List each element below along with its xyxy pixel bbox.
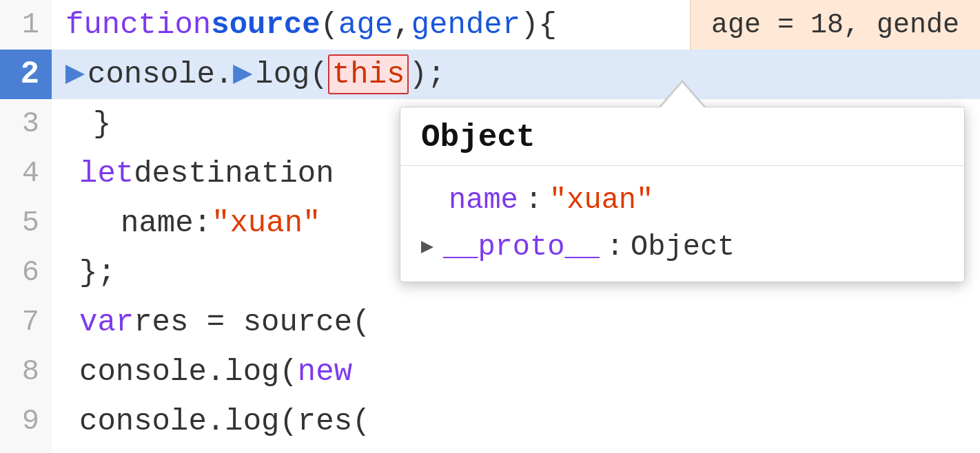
console-text-1: console. — [88, 57, 233, 92]
line-content-10 — [52, 446, 980, 453]
line-number-3: 3 — [0, 99, 52, 149]
top-hint-bar: age = 18, gende — [690, 0, 980, 50]
tooltip-title: Object — [400, 107, 964, 166]
line-number-4: 4 — [0, 149, 52, 198]
code-line-2: 2 console. log( this ); — [0, 50, 980, 99]
fn-source: source — [211, 8, 320, 42]
top-hint-text: age = 18, gende — [711, 10, 959, 41]
tooltip-arrow-inner — [660, 83, 704, 108]
console-text-3: ); — [409, 57, 445, 92]
line-number-9: 9 — [0, 397, 52, 446]
code-line-9: 9 console.log(res( — [0, 397, 980, 446]
tooltip-key-proto: __proto__ — [443, 231, 600, 264]
proto-expand-arrow[interactable] — [421, 241, 433, 253]
line-number-1: 1 — [0, 0, 52, 50]
line-number-10: 10 — [0, 446, 52, 453]
console-text-2: log( — [255, 57, 328, 92]
tooltip-key-name: name — [421, 184, 518, 217]
line-content-9: console.log(res( — [52, 397, 980, 446]
code-line-8: 8 console.log(new — [0, 347, 980, 397]
code-line-10: 10 — [0, 446, 980, 453]
keyword-function: function — [65, 8, 211, 42]
line-number-2: 2 — [0, 50, 52, 99]
editor-container: age = 18, gende 1 function source(age,ge… — [0, 0, 980, 453]
tooltip-row-name: name : "xuan" — [421, 177, 943, 224]
line-content-7: var res = source( — [52, 297, 980, 347]
breakpoint-arrow-2 — [233, 65, 252, 84]
tooltip-body: name : "xuan" __proto__ : Object — [400, 166, 964, 282]
tooltip-row-proto: __proto__ : Object — [421, 224, 943, 271]
line-number-5: 5 — [0, 198, 52, 248]
line-number-6: 6 — [0, 248, 52, 297]
this-keyword: this — [328, 54, 409, 94]
line-number-8: 8 — [0, 347, 52, 397]
code-line-7: 7 var res = source( — [0, 297, 980, 347]
line-content-8: console.log(new — [52, 347, 980, 397]
tooltip-value-proto: Object — [631, 231, 735, 264]
debug-tooltip: Object name : "xuan" __proto__ : Object — [400, 107, 965, 282]
tooltip-value-name: "xuan" — [549, 184, 653, 217]
line-content-2: console. log( this ); — [52, 50, 980, 99]
line-number-7: 7 — [0, 297, 52, 347]
breakpoint-arrow-1 — [65, 65, 85, 84]
